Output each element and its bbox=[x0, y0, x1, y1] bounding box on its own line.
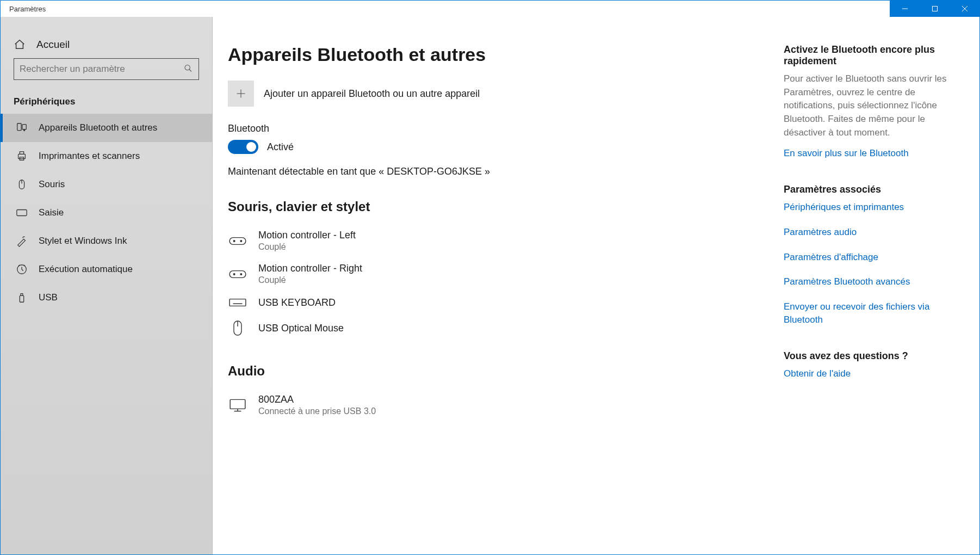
tip-body: Pour activer le Bluetooth sans ouvrir le… bbox=[784, 72, 958, 139]
sidebar-item-icon bbox=[16, 122, 28, 134]
add-device-row[interactable]: Ajouter un appareil Bluetooth ou un autr… bbox=[228, 81, 604, 107]
titlebar: Paramètres bbox=[1, 1, 979, 17]
add-device-label: Ajouter un appareil Bluetooth ou un autr… bbox=[264, 88, 480, 100]
sidebar-item-4[interactable]: Stylet et Windows Ink bbox=[1, 227, 212, 255]
device-row[interactable]: USB KEYBOARD bbox=[228, 291, 604, 314]
device-status: Connecté à une prise USB 3.0 bbox=[258, 406, 376, 416]
device-name: Motion controller - Left bbox=[258, 230, 356, 241]
search-input[interactable] bbox=[14, 58, 199, 80]
sidebar-item-3[interactable]: Saisie bbox=[1, 199, 212, 227]
sidebar-item-1[interactable]: Imprimantes et scanners bbox=[1, 142, 212, 170]
sidebar-item-6[interactable]: USB bbox=[1, 283, 212, 312]
svg-rect-10 bbox=[20, 152, 23, 155]
maximize-button[interactable] bbox=[920, 1, 950, 17]
svg-rect-22 bbox=[230, 237, 246, 244]
bluetooth-toggle[interactable] bbox=[228, 140, 258, 154]
sidebar-item-icon bbox=[16, 263, 28, 275]
device-name: USB Optical Mouse bbox=[258, 323, 344, 334]
sidebar-item-icon bbox=[16, 207, 28, 219]
close-button[interactable] bbox=[950, 1, 979, 17]
svg-point-4 bbox=[185, 65, 190, 70]
keyboard-icon bbox=[228, 296, 247, 309]
minimize-button[interactable] bbox=[890, 1, 920, 17]
device-status: Couplé bbox=[258, 275, 362, 285]
add-device-button[interactable] bbox=[228, 81, 254, 107]
sidebar-item-icon bbox=[16, 178, 28, 190]
device-row[interactable]: USB Optical Mouse bbox=[228, 314, 604, 342]
svg-point-8 bbox=[24, 130, 25, 131]
device-row[interactable]: Motion controller - RightCouplé bbox=[228, 257, 604, 291]
sidebar-item-2[interactable]: Souris bbox=[1, 170, 212, 199]
home-icon bbox=[14, 39, 26, 51]
sidebar-item-label: Appareils Bluetooth et autres bbox=[39, 122, 157, 133]
sidebar-item-label: USB bbox=[39, 292, 58, 303]
svg-rect-14 bbox=[17, 210, 27, 216]
gamepad-icon bbox=[228, 268, 247, 281]
audio-device-row[interactable]: 800ZAAConnecté à une prise USB 3.0 bbox=[228, 388, 604, 422]
sidebar-item-0[interactable]: Appareils Bluetooth et autres bbox=[1, 114, 212, 142]
svg-point-27 bbox=[240, 273, 242, 275]
sidebar-item-label: Saisie bbox=[39, 207, 64, 218]
monitor-icon bbox=[228, 398, 247, 413]
svg-rect-28 bbox=[230, 299, 246, 306]
related-link-2[interactable]: Paramètres d'affichage bbox=[784, 251, 958, 264]
svg-rect-1 bbox=[932, 7, 937, 11]
sidebar-item-5[interactable]: Exécution automatique bbox=[1, 255, 212, 283]
window-title: Paramètres bbox=[1, 5, 46, 13]
close-icon bbox=[962, 5, 968, 12]
tip-heading: Activez le Bluetooth encore plus rapidem… bbox=[784, 44, 958, 67]
plus-icon bbox=[235, 88, 246, 99]
device-row[interactable]: Motion controller - LeftCouplé bbox=[228, 224, 604, 257]
section-mouse-keyboard-heading: Souris, clavier et stylet bbox=[228, 199, 604, 214]
sidebar-item-icon bbox=[16, 150, 28, 162]
sidebar-item-label: Souris bbox=[39, 179, 65, 190]
device-name: 800ZAA bbox=[258, 394, 376, 405]
home-label: Accueil bbox=[36, 39, 70, 51]
tip-link[interactable]: En savoir plus sur le Bluetooth bbox=[784, 147, 958, 160]
svg-line-5 bbox=[189, 70, 191, 72]
category-heading: Périphériques bbox=[1, 90, 212, 114]
sidebar-item-icon bbox=[16, 235, 28, 247]
help-link[interactable]: Obtenir de l'aide bbox=[784, 367, 958, 380]
svg-rect-37 bbox=[230, 399, 245, 409]
svg-rect-18 bbox=[20, 295, 23, 302]
maximize-icon bbox=[932, 5, 938, 12]
related-link-0[interactable]: Périphériques et imprimantes bbox=[784, 201, 958, 214]
page-title: Appareils Bluetooth et autres bbox=[228, 44, 604, 65]
home-nav[interactable]: Accueil bbox=[1, 31, 212, 58]
related-link-1[interactable]: Paramètres audio bbox=[784, 226, 958, 239]
device-status: Couplé bbox=[258, 242, 356, 252]
help-heading: Vous avez des questions ? bbox=[784, 350, 958, 362]
bluetooth-status: Activé bbox=[267, 141, 294, 153]
svg-rect-7 bbox=[22, 125, 26, 130]
related-heading: Paramètres associés bbox=[784, 184, 958, 195]
gamepad-icon bbox=[228, 235, 247, 248]
related-link-4[interactable]: Envoyer ou recevoir des fichiers via Blu… bbox=[784, 300, 958, 326]
search-icon bbox=[184, 64, 193, 75]
sidebar-item-label: Exécution automatique bbox=[39, 264, 133, 275]
mouse-icon bbox=[228, 320, 247, 336]
sidebar: Accueil Périphériques Appareils Bluetoot… bbox=[1, 17, 213, 554]
sidebar-item-icon bbox=[16, 292, 28, 304]
svg-point-24 bbox=[240, 240, 242, 242]
section-audio-heading: Audio bbox=[228, 363, 604, 379]
sidebar-item-label: Stylet et Windows Ink bbox=[39, 236, 127, 246]
device-name: Motion controller - Right bbox=[258, 263, 362, 274]
bluetooth-heading: Bluetooth bbox=[228, 123, 604, 134]
svg-point-26 bbox=[233, 273, 235, 275]
sidebar-item-label: Imprimantes et scanners bbox=[39, 151, 140, 162]
minimize-icon bbox=[902, 5, 908, 12]
discoverable-text: Maintenant détectable en tant que « DESK… bbox=[228, 166, 604, 177]
svg-rect-25 bbox=[230, 270, 246, 278]
svg-rect-6 bbox=[17, 124, 21, 131]
related-link-3[interactable]: Paramètres Bluetooth avancés bbox=[784, 275, 958, 288]
svg-rect-9 bbox=[18, 154, 26, 158]
svg-point-23 bbox=[233, 240, 235, 242]
device-name: USB KEYBOARD bbox=[258, 297, 336, 309]
